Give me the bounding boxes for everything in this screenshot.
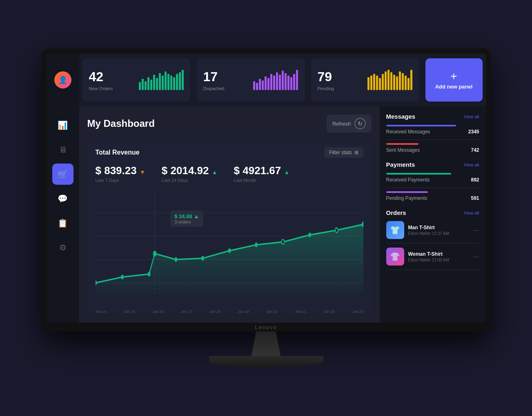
monitor-stand-base bbox=[209, 356, 323, 367]
order-info-man: Man T-Shirt Eliton Møller 12:37 AM bbox=[408, 225, 469, 236]
order-name-woman: Woman T-Shirt bbox=[408, 251, 469, 257]
x-label-1: Jan 15 bbox=[124, 310, 135, 314]
order-dots-man[interactable]: ⋯ bbox=[473, 226, 479, 234]
sidebar-item-chart[interactable]: 📊 bbox=[52, 115, 73, 136]
sent-messages-item: Sent Messages 742 bbox=[386, 143, 479, 153]
x-label-5: Jan 19 bbox=[238, 310, 249, 314]
received-messages-item: Received Messages 2345 bbox=[386, 125, 479, 135]
dashboard-area: My Dashboard Refresh ↻ Total Revenue Fil… bbox=[79, 106, 380, 323]
svg-point-10 bbox=[174, 257, 177, 261]
trend-down-icon: ▼ bbox=[140, 169, 145, 175]
monitor-stand-neck bbox=[242, 332, 291, 356]
sent-messages-label: Sent Messages bbox=[386, 147, 420, 153]
messages-title: Messages bbox=[386, 113, 416, 120]
order-dots-woman[interactable]: ⋯ bbox=[473, 253, 479, 261]
messages-header: Messages View all bbox=[386, 113, 479, 120]
right-panel: Messages View all Received Messages 2345 bbox=[380, 106, 486, 323]
monitor-bezel: Lenovo bbox=[47, 323, 486, 332]
stat-label-pending: Pending bbox=[318, 86, 334, 91]
dashboard-header: My Dashboard Refresh ↻ bbox=[87, 115, 372, 133]
payments-view-all[interactable]: View all bbox=[464, 162, 479, 167]
received-payments-bar bbox=[386, 173, 452, 175]
svg-point-11 bbox=[201, 256, 204, 261]
sidebar-item-settings[interactable]: ⚙ bbox=[52, 237, 73, 258]
pending-payments-count: 591 bbox=[471, 195, 479, 201]
payments-header: Payments View all bbox=[386, 161, 479, 168]
chart-container: $ 34.88 ▲ 3 orders bbox=[96, 189, 363, 306]
rev-period-14days: Last 14 Days bbox=[162, 178, 218, 183]
mini-chart-dispatched bbox=[253, 70, 298, 90]
received-messages-bar bbox=[386, 125, 456, 126]
filter-label: Filter stats bbox=[329, 150, 352, 155]
sidebar-top: 👤 bbox=[47, 53, 79, 106]
received-payments-count: 892 bbox=[471, 177, 479, 183]
filter-stats-button[interactable]: Filter stats ⊞ bbox=[324, 147, 363, 158]
order-thumb-woman: 👚 bbox=[386, 248, 404, 266]
sidebar-item-monitor[interactable]: 🖥 bbox=[52, 139, 73, 160]
add-panel-label: Add new panel bbox=[435, 84, 473, 90]
rev-amount-month: $ 4921.67 bbox=[234, 164, 281, 177]
received-messages-count: 2345 bbox=[468, 129, 479, 135]
messages-section: Messages View all Received Messages 2345 bbox=[386, 113, 479, 153]
refresh-button[interactable]: Refresh ↻ bbox=[327, 115, 372, 133]
order-meta-man: Eliton Møller 12:37 AM bbox=[408, 231, 469, 236]
svg-point-9 bbox=[153, 251, 156, 257]
order-item-man-tshirt: 👕 Man T-Shirt Eliton Møller 12:37 AM ⋯ bbox=[386, 221, 479, 243]
trend-up-icon-month: ▲ bbox=[284, 169, 289, 175]
order-info-woman: Woman T-Shirt Eliton Møller 11:00 AM bbox=[408, 251, 469, 262]
order-meta-woman: Eliton Møller 11:00 AM bbox=[408, 258, 469, 262]
rev-stat-7days: $ 839.23 ▼ Last 7 Days bbox=[96, 164, 145, 183]
revenue-card: Total Revenue Filter stats ⊞ $ 839.23 ▼ bbox=[87, 139, 372, 314]
order-item-woman-tshirt: 👚 Woman T-Shirt Eliton Møller 11:00 AM ⋯ bbox=[386, 248, 479, 270]
x-label-9: Jan 23 bbox=[352, 310, 363, 314]
stat-cards: 42 New Orders bbox=[79, 53, 422, 106]
x-label-7: Jan 21 bbox=[295, 310, 306, 314]
x-label-3: Jan 17 bbox=[181, 310, 192, 314]
mini-chart-pending bbox=[367, 70, 412, 90]
orders-section: Orders View all 👕 Man T-Shirt Eliton Møl… bbox=[386, 209, 479, 270]
mini-chart-orders bbox=[139, 70, 184, 90]
rev-stat-month: $ 4921.67 ▲ Last Month bbox=[234, 164, 290, 183]
top-bar: 👤 42 New Orders bbox=[47, 53, 486, 106]
stat-number-orders: 42 bbox=[89, 69, 113, 84]
svg-point-7 bbox=[121, 275, 124, 279]
payments-section: Payments View all Received Payments 892 bbox=[386, 161, 479, 201]
avatar: 👤 bbox=[54, 71, 71, 89]
stat-number-dispatched: 17 bbox=[203, 69, 225, 84]
main-content: 📊 🖥 🛒 💬 📋 ⚙ My Dashboard Refresh ↻ bbox=[47, 106, 486, 323]
rev-amount-7days: $ 839.23 bbox=[96, 164, 137, 177]
stat-label-orders: New Orders bbox=[89, 86, 113, 91]
orders-title: Orders bbox=[386, 209, 406, 216]
monitor-brand: Lenovo bbox=[255, 324, 277, 330]
add-panel-button[interactable]: + Add new panel bbox=[425, 58, 483, 102]
plus-icon: + bbox=[450, 71, 457, 82]
order-thumb-man: 👕 bbox=[386, 221, 404, 239]
refresh-icon: ↻ bbox=[354, 118, 366, 129]
x-label-2: Jan 16 bbox=[152, 310, 163, 314]
x-label-0: Jan 14 bbox=[96, 310, 107, 314]
svg-point-12 bbox=[228, 248, 231, 253]
received-payments-item: Received Payments 892 bbox=[386, 173, 479, 183]
sidebar-item-messages[interactable]: 💬 bbox=[52, 188, 73, 209]
sidebar-item-docs[interactable]: 📋 bbox=[52, 212, 73, 234]
received-payments-label: Received Payments bbox=[386, 177, 430, 183]
svg-point-15 bbox=[308, 232, 311, 237]
x-label-6: Jan 20 bbox=[267, 310, 278, 314]
pending-payments-label: Pending Payments bbox=[386, 195, 427, 201]
stat-number-pending: 79 bbox=[318, 69, 334, 84]
revenue-header: Total Revenue Filter stats ⊞ bbox=[96, 147, 363, 158]
svg-point-16 bbox=[335, 228, 338, 232]
orders-view-all[interactable]: View all bbox=[464, 210, 479, 215]
x-label-8: Jan 22 bbox=[324, 310, 335, 314]
svg-point-8 bbox=[147, 272, 150, 276]
messages-view-all[interactable]: View all bbox=[464, 114, 479, 119]
payments-title: Payments bbox=[386, 161, 415, 168]
stat-label-dispatched: Dispached bbox=[203, 86, 225, 91]
sidebar-nav: 📊 🖥 🛒 💬 📋 ⚙ bbox=[47, 106, 79, 323]
sidebar-item-cart[interactable]: 🛒 bbox=[52, 164, 73, 185]
stat-card-orders: 42 New Orders bbox=[82, 58, 190, 102]
sent-messages-bar bbox=[386, 143, 419, 145]
svg-point-14 bbox=[281, 239, 284, 244]
revenue-stats: $ 839.23 ▼ Last 7 Days $ 2014.92 ▲ bbox=[96, 164, 363, 183]
filter-icon: ⊞ bbox=[354, 150, 358, 155]
